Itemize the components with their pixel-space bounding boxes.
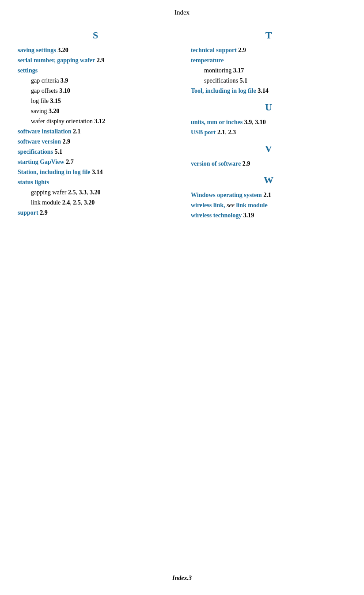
sub-list-item: gap offsets 3.10 xyxy=(18,86,173,95)
entry-number: 2.7 xyxy=(66,159,74,165)
entry-link[interactable]: temperature xyxy=(191,57,224,64)
sub-entry-text: gap criteria xyxy=(31,77,61,84)
entry-number: 2.5 xyxy=(73,199,81,206)
list-item: settings xyxy=(18,66,173,75)
list-item: starting GapView 2.7 xyxy=(18,157,173,167)
list-item: support 2.9 xyxy=(18,208,173,217)
entry-link[interactable]: support xyxy=(18,209,38,216)
entry-number: 3.20 xyxy=(90,189,101,196)
entry-link[interactable]: units, mm or inches xyxy=(191,119,243,125)
entry-link[interactable]: technical support xyxy=(191,47,237,53)
entry-number-sep: , xyxy=(87,189,90,196)
entry-number: 2.1 xyxy=(73,128,81,135)
entry-link-see[interactable]: link module xyxy=(236,202,267,208)
entry-number: 2.9 xyxy=(238,47,246,53)
list-item: software installation 2.1 xyxy=(18,127,173,136)
list-item: temperature xyxy=(191,56,346,65)
entry-number: 3.3 xyxy=(79,189,87,196)
list-item: USB port 2.1, 2.3 xyxy=(191,128,346,137)
entry-link[interactable]: Station, including in log file xyxy=(18,169,91,175)
section-letter-w: W xyxy=(191,174,346,186)
see-text: see xyxy=(227,202,235,208)
sub-list-item: wafer display orientation 3.12 xyxy=(18,117,173,126)
entry-link[interactable]: settings xyxy=(18,67,38,74)
list-item: status lights xyxy=(18,178,173,187)
entry-number: 3.10 xyxy=(255,119,266,125)
entry-number: 2.4 xyxy=(62,199,70,206)
left-column: S saving settings 3.20 serial number, ga… xyxy=(18,30,182,226)
sub-list-item: gap criteria 3.9 xyxy=(18,76,173,85)
two-column-layout: S saving settings 3.20 serial number, ga… xyxy=(18,30,346,226)
page-container: Index S saving settings 3.20 serial numb… xyxy=(0,0,364,595)
entry-number: 3.20 xyxy=(84,199,95,206)
entry-number: 3.17 xyxy=(233,67,244,74)
sub-list-item: link module 2.4, 2.5, 3.20 xyxy=(18,198,173,207)
entry-link[interactable]: software installation xyxy=(18,128,71,135)
entry-number: 2.1 xyxy=(217,129,225,136)
sub-entry-text: wafer display orientation xyxy=(31,118,94,125)
entry-number: 3.12 xyxy=(94,118,105,125)
list-item: technical support 2.9 xyxy=(191,45,346,55)
sub-entry-text: specifications xyxy=(204,77,239,84)
list-item: units, mm or inches 3.9, 3.10 xyxy=(191,117,346,127)
entry-number: 3.14 xyxy=(92,169,103,175)
entry-link[interactable]: specifications xyxy=(18,148,53,155)
page-title: Index xyxy=(18,9,346,16)
entry-number: 5.1 xyxy=(239,77,247,84)
list-item: Station, including in log file 3.14 xyxy=(18,167,173,177)
entry-link[interactable]: version of software xyxy=(191,160,241,167)
sub-list-item: gapping wafer 2.5, 3.3, 3.20 xyxy=(18,188,173,197)
page-footer: Index.3 xyxy=(0,575,364,582)
entry-number: 3.19 xyxy=(243,212,254,219)
entry-number: 2.1 xyxy=(263,192,271,198)
sub-list-item: monitoring 3.17 xyxy=(191,66,346,75)
list-item: Tool, including in log file 3.14 xyxy=(191,86,346,95)
entry-number: 2.5 xyxy=(68,189,76,196)
entry-link[interactable]: software version xyxy=(18,138,61,145)
entry-number: 2.3 xyxy=(228,129,236,136)
sub-entry-text: log file xyxy=(31,98,50,104)
entry-number: 3.20 xyxy=(49,108,60,114)
entry-number: 3.9 xyxy=(61,77,68,84)
entry-link[interactable]: wireless technology xyxy=(191,212,242,219)
entry-link[interactable]: saving settings xyxy=(18,47,56,53)
sub-entry-text: monitoring xyxy=(204,67,233,74)
entry-number: 5.1 xyxy=(55,148,63,155)
section-letter-s: S xyxy=(18,30,173,41)
sub-entry-text: saving xyxy=(31,108,49,114)
right-column: T technical support 2.9 temperature moni… xyxy=(182,30,346,226)
entry-number: 3.20 xyxy=(57,47,68,53)
sub-entry-text: gapping wafer xyxy=(31,189,68,196)
sub-entry-text: link module xyxy=(31,199,62,206)
section-letter-u: U xyxy=(191,102,346,113)
entry-link[interactable]: status lights xyxy=(18,179,49,186)
entry-number-sep: , xyxy=(81,199,84,206)
sub-list-item: log file 3.15 xyxy=(18,96,173,106)
list-item: wireless technology 3.19 xyxy=(191,211,346,220)
entry-link[interactable]: Windows operating system xyxy=(191,192,262,198)
entry-number: 3.15 xyxy=(50,98,61,104)
list-item: version of software 2.9 xyxy=(191,159,346,168)
list-item: specifications 5.1 xyxy=(18,147,173,156)
entry-link[interactable]: Tool, including in log file xyxy=(191,87,256,94)
entry-number: 3.9 xyxy=(244,119,252,125)
entry-link[interactable]: USB port xyxy=(191,129,216,136)
entry-link[interactable]: serial number, gapping wafer xyxy=(18,57,95,64)
entry-link[interactable]: starting GapView xyxy=(18,159,64,165)
sub-list-item: saving 3.20 xyxy=(18,106,173,116)
list-item: wireless link, see link module xyxy=(191,201,346,210)
list-item: Windows operating system 2.1 xyxy=(191,190,346,200)
sub-list-item: specifications 5.1 xyxy=(191,76,346,85)
section-letter-t: T xyxy=(191,30,346,41)
entry-number: 2.9 xyxy=(97,57,105,64)
section-letter-v: V xyxy=(191,143,346,155)
list-item: software version 2.9 xyxy=(18,137,173,146)
sub-entry-text: gap offsets xyxy=(31,87,59,94)
entry-number: 2.9 xyxy=(63,138,71,145)
entry-number: 3.10 xyxy=(59,87,70,94)
entry-number: 2.9 xyxy=(243,160,250,167)
entry-number: 2.9 xyxy=(40,209,48,216)
entry-link[interactable]: wireless link, xyxy=(191,202,225,208)
entry-number: 3.14 xyxy=(258,87,269,94)
list-item: serial number, gapping wafer 2.9 xyxy=(18,56,173,65)
